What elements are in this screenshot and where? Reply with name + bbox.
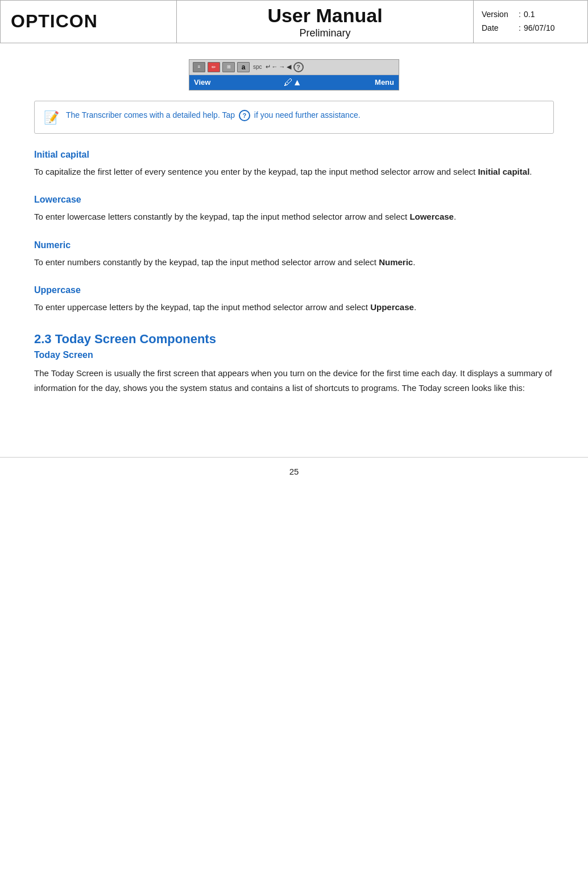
numeric-text: To enter numbers constantly by the keypa… xyxy=(34,257,376,267)
spc-label: spc xyxy=(252,64,263,70)
logo-text: OPTICON xyxy=(11,11,98,32)
lowercase-end: . xyxy=(454,212,456,221)
page-footer: 25 xyxy=(0,457,588,482)
uppercase-end: . xyxy=(414,302,416,312)
left-arrow-icon: ← xyxy=(272,63,278,71)
toolbar-top-row: ≡ ✏ ⊞ a spc ↵ ← → ◀ ? xyxy=(189,60,399,75)
chapter-heading: 2.3 Today Screen Components xyxy=(34,332,554,347)
toolbar-image-container: ≡ ✏ ⊞ a spc ↵ ← → ◀ ? View xyxy=(34,59,554,90)
today-screen-body: The Today Screen is usually the first sc… xyxy=(34,366,554,396)
version-row: Version : 0.1 xyxy=(482,8,579,22)
initial-capital-text: To capitalize the first letter of every … xyxy=(34,167,475,176)
note-pencil-icon: 📝 xyxy=(44,110,59,125)
initial-capital-heading: Initial capital xyxy=(34,150,554,160)
version-value: 0.1 xyxy=(524,8,535,22)
enter-arrow-icon: ↵ xyxy=(266,63,271,71)
uppercase-body: To enter uppercase letters by the keypad… xyxy=(34,300,554,315)
section-lowercase: Lowercase To enter lowercase letters con… xyxy=(34,195,554,224)
letter-a-icon: a xyxy=(237,62,250,72)
grid-icon: ⊞ xyxy=(222,62,235,72)
numeric-end: . xyxy=(413,257,415,267)
title-sub: Preliminary xyxy=(299,27,350,39)
menu-label: Menu xyxy=(375,78,394,87)
date-label: Date xyxy=(482,22,516,35)
uppercase-term: Uppercase xyxy=(370,302,414,312)
hand-icon: 🖊▲ xyxy=(284,77,302,88)
toolbar-bottom-row: View 🖊▲ Menu xyxy=(189,75,399,90)
note-help-circle-icon: ? xyxy=(239,110,250,121)
note-text-after: if you need further assistance. xyxy=(254,110,361,120)
document-title: User Manual Preliminary xyxy=(177,1,474,43)
initial-capital-body: To capitalize the first letter of every … xyxy=(34,164,554,179)
initial-capital-end: . xyxy=(529,167,532,176)
date-colon: : xyxy=(516,22,524,35)
view-label: View xyxy=(194,78,210,87)
chapter-title: Today Screen Components xyxy=(55,332,216,346)
note-text-before: The Transcriber comes with a detailed he… xyxy=(66,110,235,120)
initial-capital-term: Initial capital xyxy=(478,167,529,176)
page-header: OPTICON User Manual Preliminary Version … xyxy=(0,0,588,43)
toolbar-mock: ≡ ✏ ⊞ a spc ↵ ← → ◀ ? View xyxy=(189,59,399,90)
right-arrow-icon: → xyxy=(279,63,285,71)
lowercase-heading: Lowercase xyxy=(34,195,554,205)
section-initial-capital: Initial capital To capitalize the first … xyxy=(34,150,554,179)
chapter-2-3: 2.3 Today Screen Components Today Screen… xyxy=(34,332,554,396)
pencil-icon: ✏ xyxy=(208,62,220,72)
note-box: 📝 The Transcriber comes with a detailed … xyxy=(34,101,554,134)
page-number: 25 xyxy=(289,467,299,476)
version-colon: : xyxy=(516,8,524,22)
back-arrow-icon: ◀ xyxy=(287,63,291,71)
today-screen-subheading: Today Screen xyxy=(34,350,554,360)
note-content: The Transcriber comes with a detailed he… xyxy=(66,109,361,121)
title-main: User Manual xyxy=(267,4,382,27)
chapter-number: 2.3 xyxy=(34,332,52,346)
section-uppercase: Uppercase To enter uppercase letters by … xyxy=(34,285,554,315)
uppercase-text: To enter uppercase letters by the keypad… xyxy=(34,302,368,312)
document-meta: Version : 0.1 Date : 96/07/10 xyxy=(474,1,587,43)
date-value: 96/07/10 xyxy=(524,22,555,35)
lowercase-body: To enter lowercase letters constantly by… xyxy=(34,209,554,224)
company-logo: OPTICON xyxy=(1,1,177,43)
list-icon: ≡ xyxy=(193,62,205,72)
page-content: ≡ ✏ ⊞ a spc ↵ ← → ◀ ? View xyxy=(0,43,588,435)
lowercase-term: Lowercase xyxy=(409,212,454,221)
lowercase-text: To enter lowercase letters constantly by… xyxy=(34,212,407,221)
help-icon: ? xyxy=(293,62,304,72)
uppercase-heading: Uppercase xyxy=(34,285,554,295)
arrow-icons: ↵ ← → ◀ xyxy=(266,63,291,71)
version-label: Version xyxy=(482,8,516,22)
numeric-body: To enter numbers constantly by the keypa… xyxy=(34,255,554,270)
date-row: Date : 96/07/10 xyxy=(482,22,579,35)
section-numeric: Numeric To enter numbers constantly by t… xyxy=(34,240,554,270)
numeric-heading: Numeric xyxy=(34,240,554,250)
numeric-term: Numeric xyxy=(379,257,413,267)
